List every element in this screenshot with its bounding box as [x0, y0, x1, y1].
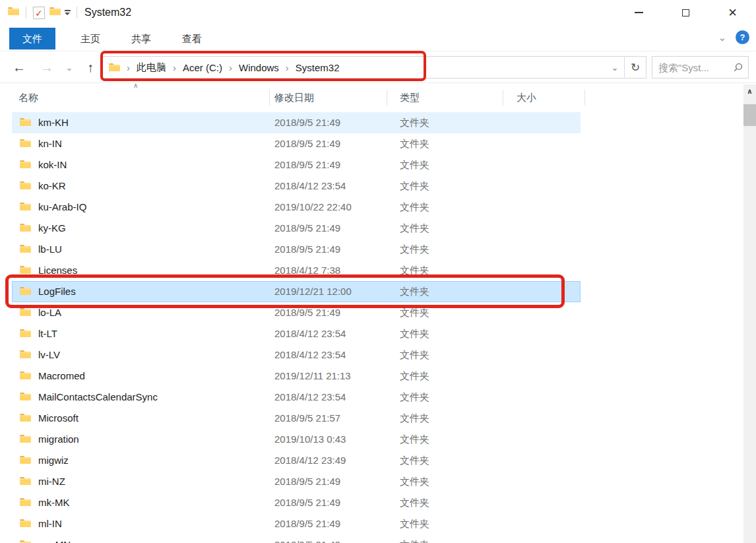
sort-ascending-icon: ∧ [133, 82, 138, 89]
file-name: lt-LT [38, 323, 57, 344]
file-type: 文件夹 [400, 239, 429, 260]
folder-icon [20, 244, 31, 253]
folder-icon [20, 181, 31, 190]
qat-folder-button[interactable] [5, 4, 21, 21]
file-date: 2018/9/5 21:49 [274, 112, 340, 133]
file-row[interactable]: LogFiles2019/12/21 12:00文件夹 [12, 281, 581, 302]
column-resize-handle[interactable] [387, 90, 387, 106]
maximize-button[interactable] [662, 0, 709, 25]
file-row[interactable]: ko-KR2018/4/12 23:54文件夹 [12, 176, 581, 197]
file-list: km-KH2018/9/5 21:49文件夹kn-IN2018/9/5 21:4… [0, 112, 743, 543]
file-row[interactable]: Microsoft2018/9/5 21:57文件夹 [12, 408, 581, 429]
chevron-down-icon [65, 13, 70, 15]
tab-file[interactable]: 文件 [9, 28, 55, 49]
breadcrumb-separator-icon: › [127, 62, 130, 73]
folder-icon [20, 139, 31, 148]
file-type: 文件夹 [400, 366, 429, 387]
maximize-icon [682, 9, 689, 16]
file-name: km-KH [38, 112, 69, 133]
scrollbar-thumb[interactable] [743, 104, 756, 126]
ribbon-collapse-button[interactable]: ⌄ [718, 32, 726, 42]
folder-icon [20, 371, 31, 380]
file-row[interactable]: lt-LT2018/4/12 23:54文件夹 [12, 323, 581, 344]
folder-icon [20, 117, 31, 127]
file-row[interactable]: lv-LV2018/4/12 23:54文件夹 [12, 344, 581, 366]
file-row[interactable]: lo-LA2018/9/5 21:49文件夹 [12, 302, 581, 323]
file-row[interactable]: migwiz2018/4/12 23:49文件夹 [12, 450, 581, 471]
column-header-name[interactable]: 名称 [18, 86, 38, 110]
file-name: mk-MK [38, 492, 70, 513]
tab-view[interactable]: 查看 [176, 28, 208, 49]
breadcrumb-system32[interactable]: System32 [296, 62, 340, 73]
recent-locations-dropdown[interactable]: ⌄ [62, 51, 77, 83]
qat-new-folder-button[interactable] [47, 4, 63, 21]
qat-customize-dropdown[interactable] [63, 4, 72, 21]
qat-properties-button[interactable]: ✓ [31, 4, 47, 21]
title-bar: ✓ System32 ✕ [0, 0, 756, 25]
scrollbar-up-button[interactable]: ∧ [743, 84, 756, 98]
file-row[interactable]: km-KH2018/9/5 21:49文件夹 [12, 112, 581, 133]
column-header-type[interactable]: 类型 [400, 86, 420, 110]
search-icon [733, 62, 743, 73]
file-date: 2019/10/22 22:40 [274, 197, 352, 218]
titlebar-separator [77, 7, 77, 18]
address-dropdown-button[interactable]: ⌄ [606, 63, 624, 73]
file-date: 2018/9/5 21:49 [274, 534, 340, 543]
file-date: 2018/9/5 21:49 [274, 239, 340, 260]
column-resize-handle[interactable] [584, 90, 585, 106]
column-resize-handle[interactable] [503, 90, 503, 106]
breadcrumb-drive-c[interactable]: Acer (C:) [183, 62, 222, 73]
file-row[interactable]: ky-KG2018/9/5 21:49文件夹 [12, 218, 581, 239]
folder-icon [8, 7, 19, 18]
file-type: 文件夹 [400, 281, 429, 302]
forward-button[interactable]: → [37, 51, 57, 83]
folder-icon [20, 413, 31, 422]
file-name: ko-KR [38, 176, 66, 197]
file-row[interactable]: kn-IN2018/9/5 21:49文件夹 [12, 133, 581, 154]
vertical-scrollbar[interactable]: ∧ [743, 84, 756, 543]
file-row[interactable]: MailContactsCalendarSync2018/4/12 23:54文… [12, 387, 581, 408]
file-type: 文件夹 [400, 154, 429, 176]
file-row[interactable]: ml-IN2018/9/5 21:49文件夹 [12, 513, 581, 534]
close-button[interactable]: ✕ [709, 0, 756, 25]
file-row[interactable]: kok-IN2018/9/5 21:49文件夹 [12, 154, 581, 176]
breadcrumb-windows[interactable]: Windows [239, 62, 279, 73]
file-row[interactable]: mk-MK2018/9/5 21:49文件夹 [12, 492, 581, 513]
column-resize-handle[interactable] [269, 90, 270, 106]
folder-icon [20, 160, 31, 169]
file-row[interactable]: lb-LU2018/9/5 21:49文件夹 [12, 239, 581, 260]
file-date: 2018/4/12 23:54 [274, 176, 346, 197]
back-button[interactable]: ← [9, 51, 29, 83]
folder-icon [20, 455, 31, 464]
search-input[interactable] [652, 62, 733, 73]
tab-home[interactable]: 主页 [75, 28, 106, 49]
ribbon-tab-strip: 文件 主页 共享 查看 ⌄ ? [0, 25, 756, 51]
file-row[interactable]: Macromed2019/12/11 21:13文件夹 [12, 366, 581, 387]
file-row[interactable]: migration2019/10/13 0:43文件夹 [12, 429, 581, 450]
file-date: 2019/10/13 0:43 [274, 429, 346, 450]
up-button[interactable]: ↑ [80, 51, 100, 83]
refresh-button[interactable]: ↻ [625, 61, 646, 75]
folder-icon [20, 329, 31, 338]
column-header-size[interactable]: 大小 [517, 86, 536, 110]
minimize-button[interactable] [615, 0, 662, 25]
column-header-date[interactable]: 修改日期 [274, 86, 314, 110]
file-type: 文件夹 [400, 492, 429, 513]
help-button[interactable]: ? [736, 30, 749, 44]
address-bar[interactable]: › 此电脑 › Acer (C:) › Windows › System32 ⌄… [102, 56, 646, 79]
file-row[interactable]: Licenses2018/4/12 7:38文件夹 [12, 260, 581, 281]
folder-icon [49, 7, 61, 18]
tab-share[interactable]: 共享 [125, 28, 157, 49]
file-row[interactable]: mi-NZ2018/9/5 21:49文件夹 [12, 471, 581, 492]
close-icon: ✕ [728, 7, 737, 18]
breadcrumb-separator-icon: › [286, 62, 289, 73]
file-row[interactable]: mn-MN2018/9/5 21:49文件夹 [12, 534, 581, 543]
file-type: 文件夹 [400, 302, 429, 323]
file-row[interactable]: ku-Arab-IQ2019/10/22 22:40文件夹 [12, 197, 581, 218]
file-name: lo-LA [38, 302, 61, 323]
file-name: migwiz [38, 450, 69, 471]
search-box [652, 56, 749, 79]
folder-icon [20, 497, 31, 507]
file-date: 2018/9/5 21:49 [274, 492, 340, 513]
breadcrumb-this-pc[interactable]: 此电脑 [137, 61, 166, 74]
